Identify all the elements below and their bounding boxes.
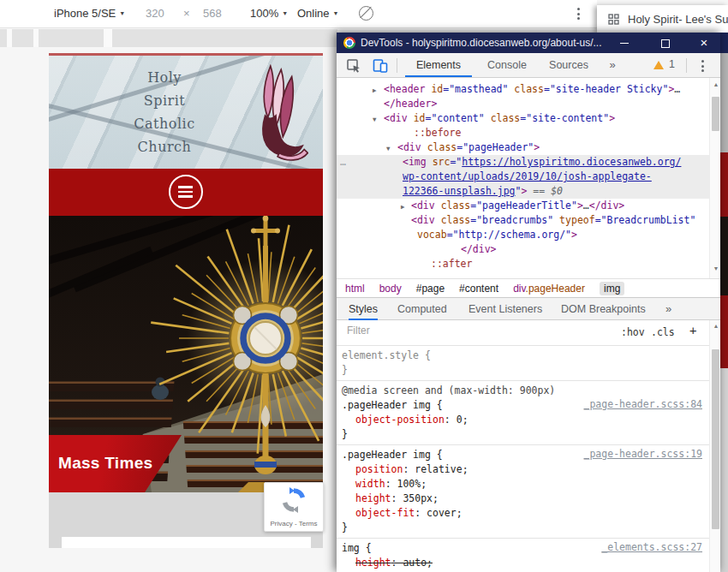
warning-icon[interactable] — [653, 61, 664, 69]
new-style-rule-icon[interactable]: + — [689, 324, 696, 337]
cls-toggle[interactable]: .cls — [651, 326, 675, 338]
breadcrumb-item[interactable]: #content — [459, 283, 498, 295]
tab-dom-breakpoints[interactable]: DOM Breakpoints — [561, 298, 646, 320]
dom-tree-node[interactable]: vocab="http://schema.org/"> — [337, 228, 709, 242]
tab-groups-icon — [608, 14, 619, 25]
dom-tree-node[interactable]: </div> — [337, 242, 709, 257]
styles-scrollbar[interactable]: ▲ — [709, 320, 720, 572]
breadcrumb-item[interactable]: body — [379, 283, 402, 295]
background-strip — [720, 368, 728, 572]
scrollbar-thumb[interactable] — [712, 349, 719, 529]
background-strip — [720, 295, 728, 368]
styles-filter-bar: :hov .cls + — [337, 320, 709, 346]
style-rule[interactable]: @media screen and (max-width: 900px).pag… — [337, 381, 709, 445]
scroll-down-icon[interactable]: ▼ — [712, 265, 720, 271]
devtools-toolbar: Elements Console Sources » 1 — [337, 53, 720, 78]
dom-tree-node[interactable]: ▶<header id="masthead" class="site-heade… — [337, 82, 709, 97]
stylesheet-link[interactable]: _page-header.scss:19 — [584, 448, 702, 460]
dom-tree-node[interactable]: ::after — [337, 257, 709, 271]
more-sidebar-tabs-icon[interactable]: » — [665, 298, 671, 320]
css-property[interactable]: height: auto; — [342, 556, 702, 570]
zoom-select[interactable]: 100%▼ — [250, 7, 288, 20]
privacy-terms-link[interactable]: Privacy - Terms — [265, 520, 323, 527]
background-strip — [720, 33, 728, 53]
rule-selector: .pageHeader img — [342, 449, 431, 461]
device-toolbar-toggle-icon[interactable] — [373, 58, 388, 73]
rotate-icon[interactable] — [359, 6, 373, 21]
inspect-element-icon[interactable] — [347, 59, 361, 73]
chevron-down-icon: ▼ — [333, 10, 339, 16]
dom-tree-node[interactable]: <div class="breadcrumbs" typeof="Breadcr… — [337, 213, 709, 228]
devtools-titlebar[interactable]: DevTools - holyspiritmo.diocesanweb.org/… — [337, 33, 720, 53]
background-strip — [720, 53, 728, 152]
css-property[interactable]: width: 100%; — [342, 477, 702, 492]
chevron-down-icon: ▼ — [282, 10, 288, 16]
background-strip — [720, 152, 728, 217]
more-tabs-icon[interactable]: » — [604, 53, 621, 77]
dom-tree-node[interactable]: ▼<div class="pageHeader"> — [337, 140, 709, 155]
node-gutter-ellipsis-icon[interactable]: … — [340, 155, 347, 170]
tab-styles[interactable]: Styles — [349, 298, 378, 320]
dom-tree-node[interactable]: ▶<div class="pageHeaderTitle">…</div> — [337, 199, 709, 213]
throttling-select[interactable]: Online▼ — [297, 7, 339, 20]
breadcrumb-item[interactable]: html — [345, 283, 365, 295]
collapsed-arrow-icon[interactable]: ▶ — [401, 200, 405, 214]
css-property[interactable]: object-fit: cover; — [342, 506, 702, 521]
scroll-up-icon[interactable]: ▲ — [712, 81, 720, 87]
tab-console[interactable]: Console — [480, 53, 534, 77]
recaptcha-badge[interactable]: Privacy - Terms — [264, 482, 324, 532]
viewport-width-field[interactable]: 320 — [146, 7, 164, 20]
breadcrumb: htmlbody#page#contentdiv.pageHeaderimg — [337, 278, 720, 297]
dom-tree: ▶<header id="masthead" class="site-heade… — [337, 78, 709, 278]
chevron-down-icon: ▼ — [119, 10, 125, 16]
devtools-menu-icon[interactable] — [701, 60, 704, 72]
devtools-window-title: DevTools - holyspiritmo.diocesanweb.org/… — [361, 37, 601, 49]
viewport-height-field[interactable]: 568 — [203, 7, 222, 20]
tab-event-listeners[interactable]: Event Listeners — [468, 298, 542, 320]
tab-sources[interactable]: Sources — [542, 53, 595, 77]
breadcrumb-item[interactable]: div.pageHeader — [513, 283, 585, 295]
dom-tree-node[interactable]: 122366-unsplash.jpg"> == $0 — [337, 184, 709, 199]
breadcrumb-item[interactable]: #page — [416, 283, 445, 295]
stylesheet-link[interactable]: _elements.scss:27 — [601, 541, 702, 553]
site-logo-text[interactable]: Holy Spirit Catholic Church — [87, 66, 242, 158]
expanded-arrow-icon[interactable]: ▼ — [386, 141, 391, 156]
tree-scrollbar[interactable]: ▲ ▼ — [709, 78, 720, 278]
dom-tree-node[interactable]: …<img src="https://holyspiritmo.diocesan… — [337, 155, 709, 170]
device-select[interactable]: iPhone 5/SE▼ — [54, 7, 125, 20]
scrollbar-thumb[interactable] — [712, 97, 719, 131]
media-query-bar[interactable] — [0, 29, 337, 47]
tab-computed[interactable]: Computed — [397, 298, 447, 320]
style-rule[interactable]: element.style {} — [337, 346, 709, 381]
media-query: @media screen and (max-width: 900px) — [342, 384, 702, 398]
stylesheet-link[interactable]: _page-header.scss:84 — [584, 398, 702, 410]
maximize-button[interactable] — [650, 33, 679, 53]
dom-tree-node[interactable]: wp-content/uploads/2019/10/josh-applegat… — [337, 170, 709, 184]
minimize-button[interactable] — [610, 33, 639, 53]
close-button[interactable]: × — [689, 33, 719, 53]
mass-times-label: Mass Times — [58, 454, 152, 473]
chrome-icon — [343, 37, 355, 49]
rule-selector: element.style — [342, 349, 419, 361]
expanded-arrow-icon[interactable]: ▼ — [373, 112, 377, 127]
hov-toggle[interactable]: :hov — [621, 326, 645, 338]
style-rule[interactable]: img {_elements.scss:27height: auto;max-w… — [337, 539, 709, 572]
collapsed-arrow-icon[interactable]: ▶ — [373, 83, 377, 98]
dom-tree-node[interactable]: ::before — [337, 126, 709, 140]
css-property[interactable]: height: 350px; — [342, 492, 702, 506]
dom-tree-node[interactable]: </header> — [337, 97, 709, 111]
menu-icon[interactable] — [169, 175, 203, 209]
css-property[interactable]: position: relative; — [342, 462, 702, 477]
dom-tree-node[interactable]: ▼<div id="content" class="site-content"> — [337, 111, 709, 126]
background-tab-title: Holy Spirit- Lee's Su — [628, 13, 728, 26]
background-window[interactable]: Holy Spirit- Lee's Su — [597, 5, 728, 33]
rule-selector: .pageHeader img — [342, 399, 431, 411]
style-rule[interactable]: .pageHeader img {_page-header.scss:19pos… — [337, 445, 709, 539]
warning-count[interactable]: 1 — [669, 58, 675, 70]
more-options-icon[interactable] — [577, 8, 580, 20]
tab-elements[interactable]: Elements — [405, 53, 472, 77]
filter-input[interactable] — [347, 325, 552, 337]
scroll-up-icon[interactable]: ▲ — [712, 323, 720, 329]
css-property[interactable]: object-position: 0; — [342, 413, 702, 427]
breadcrumb-item[interactable]: img — [600, 282, 624, 295]
